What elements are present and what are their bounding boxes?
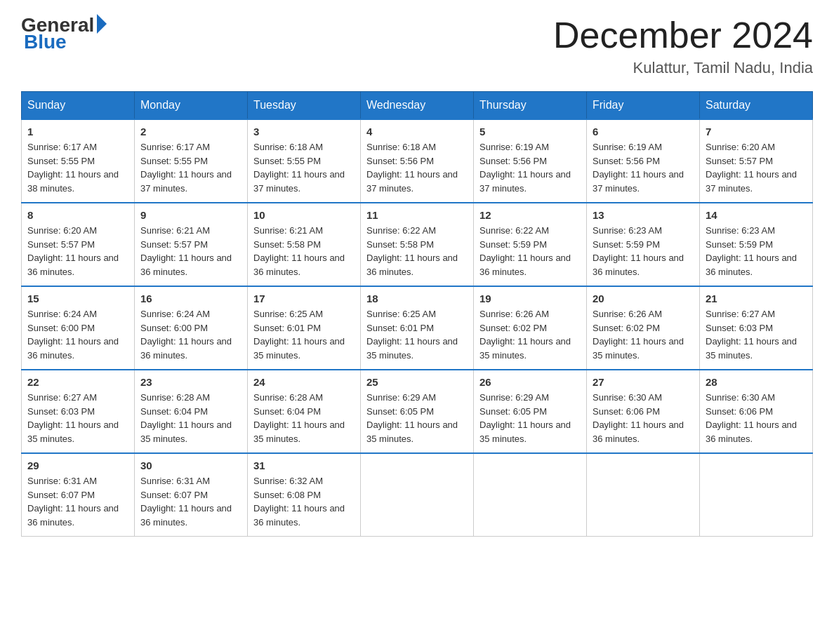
logo-arrow-icon (97, 14, 107, 34)
calendar-cell (700, 453, 813, 537)
day-info: Sunrise: 6:20 AMSunset: 5:57 PMDaylight:… (27, 224, 128, 279)
day-number: 17 (253, 293, 355, 304)
calendar-cell (474, 453, 587, 537)
day-number: 22 (27, 376, 128, 388)
day-number: 9 (140, 209, 241, 221)
week-row-2: 8Sunrise: 6:20 AMSunset: 5:57 PMDaylight… (22, 203, 813, 286)
calendar-cell: 2Sunrise: 6:17 AMSunset: 5:55 PMDaylight… (135, 119, 248, 203)
day-info: Sunrise: 6:26 AMSunset: 6:02 PMDaylight:… (479, 307, 581, 362)
day-info: Sunrise: 6:28 AMSunset: 6:04 PMDaylight:… (253, 391, 355, 445)
day-number: 6 (593, 126, 694, 137)
week-row-1: 1Sunrise: 6:17 AMSunset: 5:55 PMDaylight… (22, 119, 813, 203)
day-info: Sunrise: 6:31 AMSunset: 6:07 PMDaylight:… (27, 474, 128, 529)
day-info: Sunrise: 6:29 AMSunset: 6:05 PMDaylight:… (479, 391, 581, 445)
calendar-cell: 26Sunrise: 6:29 AMSunset: 6:05 PMDayligh… (474, 370, 587, 453)
calendar-cell: 18Sunrise: 6:25 AMSunset: 6:01 PMDayligh… (361, 286, 474, 370)
weekday-header-sunday: Sunday (22, 92, 135, 120)
location-title: Kulattur, Tamil Nadu, India (553, 59, 813, 77)
day-info: Sunrise: 6:18 AMSunset: 5:56 PMDaylight:… (366, 140, 468, 195)
day-info: Sunrise: 6:17 AMSunset: 5:55 PMDaylight:… (27, 140, 128, 195)
logo: General Blue (21, 14, 107, 53)
day-number: 3 (253, 126, 355, 137)
week-row-4: 22Sunrise: 6:27 AMSunset: 6:03 PMDayligh… (22, 370, 813, 453)
calendar-cell: 1Sunrise: 6:17 AMSunset: 5:55 PMDaylight… (22, 119, 135, 203)
week-row-5: 29Sunrise: 6:31 AMSunset: 6:07 PMDayligh… (22, 453, 813, 537)
month-title: December 2024 (553, 14, 813, 56)
day-number: 5 (479, 126, 581, 137)
calendar-cell: 29Sunrise: 6:31 AMSunset: 6:07 PMDayligh… (22, 453, 135, 537)
calendar-cell: 22Sunrise: 6:27 AMSunset: 6:03 PMDayligh… (22, 370, 135, 453)
calendar-cell: 15Sunrise: 6:24 AMSunset: 6:00 PMDayligh… (22, 286, 135, 370)
day-info: Sunrise: 6:22 AMSunset: 5:58 PMDaylight:… (366, 224, 468, 279)
calendar-cell: 21Sunrise: 6:27 AMSunset: 6:03 PMDayligh… (700, 286, 813, 370)
day-info: Sunrise: 6:19 AMSunset: 5:56 PMDaylight:… (479, 140, 581, 195)
calendar-cell (587, 453, 700, 537)
day-info: Sunrise: 6:27 AMSunset: 6:03 PMDaylight:… (27, 391, 128, 445)
calendar-cell: 7Sunrise: 6:20 AMSunset: 5:57 PMDaylight… (700, 119, 813, 203)
day-number: 23 (140, 376, 241, 388)
day-number: 7 (706, 126, 807, 137)
week-row-3: 15Sunrise: 6:24 AMSunset: 6:00 PMDayligh… (22, 286, 813, 370)
calendar-cell: 13Sunrise: 6:23 AMSunset: 5:59 PMDayligh… (587, 203, 700, 286)
day-info: Sunrise: 6:29 AMSunset: 6:05 PMDaylight:… (366, 391, 468, 445)
day-info: Sunrise: 6:17 AMSunset: 5:55 PMDaylight:… (140, 140, 241, 195)
calendar-cell: 10Sunrise: 6:21 AMSunset: 5:58 PMDayligh… (248, 203, 361, 286)
day-number: 8 (27, 209, 128, 221)
calendar-cell: 8Sunrise: 6:20 AMSunset: 5:57 PMDaylight… (22, 203, 135, 286)
day-info: Sunrise: 6:30 AMSunset: 6:06 PMDaylight:… (706, 391, 807, 445)
calendar-cell: 27Sunrise: 6:30 AMSunset: 6:06 PMDayligh… (587, 370, 700, 453)
day-number: 20 (593, 293, 694, 304)
day-number: 15 (27, 293, 128, 304)
calendar-cell: 6Sunrise: 6:19 AMSunset: 5:56 PMDaylight… (587, 119, 700, 203)
day-number: 29 (27, 459, 128, 471)
weekday-header-thursday: Thursday (474, 92, 587, 120)
day-number: 14 (706, 209, 807, 221)
calendar-cell: 12Sunrise: 6:22 AMSunset: 5:59 PMDayligh… (474, 203, 587, 286)
day-number: 31 (253, 459, 355, 471)
day-info: Sunrise: 6:22 AMSunset: 5:59 PMDaylight:… (479, 224, 581, 279)
day-number: 12 (479, 209, 581, 221)
day-number: 4 (366, 126, 468, 137)
weekday-header-friday: Friday (587, 92, 700, 120)
calendar-cell: 3Sunrise: 6:18 AMSunset: 5:55 PMDaylight… (248, 119, 361, 203)
calendar-cell: 11Sunrise: 6:22 AMSunset: 5:58 PMDayligh… (361, 203, 474, 286)
day-info: Sunrise: 6:24 AMSunset: 6:00 PMDaylight:… (140, 307, 241, 362)
day-number: 1 (27, 126, 128, 137)
day-number: 25 (366, 376, 468, 388)
day-number: 27 (593, 376, 694, 388)
calendar-table: SundayMondayTuesdayWednesdayThursdayFrid… (21, 91, 813, 537)
day-number: 28 (706, 376, 807, 388)
day-info: Sunrise: 6:27 AMSunset: 6:03 PMDaylight:… (706, 307, 807, 362)
weekday-header-row: SundayMondayTuesdayWednesdayThursdayFrid… (22, 92, 813, 120)
calendar-cell: 30Sunrise: 6:31 AMSunset: 6:07 PMDayligh… (135, 453, 248, 537)
day-info: Sunrise: 6:23 AMSunset: 5:59 PMDaylight:… (706, 224, 807, 279)
day-info: Sunrise: 6:25 AMSunset: 6:01 PMDaylight:… (253, 307, 355, 362)
day-number: 26 (479, 376, 581, 388)
calendar-cell: 20Sunrise: 6:26 AMSunset: 6:02 PMDayligh… (587, 286, 700, 370)
day-info: Sunrise: 6:19 AMSunset: 5:56 PMDaylight:… (593, 140, 694, 195)
calendar-cell: 5Sunrise: 6:19 AMSunset: 5:56 PMDaylight… (474, 119, 587, 203)
day-info: Sunrise: 6:30 AMSunset: 6:06 PMDaylight:… (593, 391, 694, 445)
day-info: Sunrise: 6:28 AMSunset: 6:04 PMDaylight:… (140, 391, 241, 445)
day-info: Sunrise: 6:21 AMSunset: 5:57 PMDaylight:… (140, 224, 241, 279)
day-number: 10 (253, 209, 355, 221)
title-section: December 2024 Kulattur, Tamil Nadu, Indi… (553, 14, 813, 77)
day-number: 19 (479, 293, 581, 304)
calendar-cell: 31Sunrise: 6:32 AMSunset: 6:08 PMDayligh… (248, 453, 361, 537)
weekday-header-tuesday: Tuesday (248, 92, 361, 120)
calendar-cell: 4Sunrise: 6:18 AMSunset: 5:56 PMDaylight… (361, 119, 474, 203)
day-number: 24 (253, 376, 355, 388)
logo-blue-text: Blue (21, 31, 67, 53)
weekday-header-saturday: Saturday (700, 92, 813, 120)
calendar-cell: 25Sunrise: 6:29 AMSunset: 6:05 PMDayligh… (361, 370, 474, 453)
day-info: Sunrise: 6:24 AMSunset: 6:00 PMDaylight:… (27, 307, 128, 362)
weekday-header-wednesday: Wednesday (361, 92, 474, 120)
day-number: 21 (706, 293, 807, 304)
day-info: Sunrise: 6:31 AMSunset: 6:07 PMDaylight:… (140, 474, 241, 529)
calendar-cell: 24Sunrise: 6:28 AMSunset: 6:04 PMDayligh… (248, 370, 361, 453)
day-number: 30 (140, 459, 241, 471)
day-info: Sunrise: 6:18 AMSunset: 5:55 PMDaylight:… (253, 140, 355, 195)
calendar-cell (361, 453, 474, 537)
day-number: 13 (593, 209, 694, 221)
day-info: Sunrise: 6:32 AMSunset: 6:08 PMDaylight:… (253, 474, 355, 529)
